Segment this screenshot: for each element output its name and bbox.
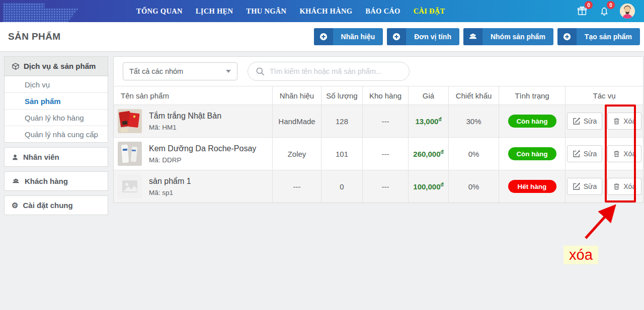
status-badge[interactable]: Còn hàng [508, 115, 556, 128]
col-header-name: Tên sản phẩm [114, 86, 272, 105]
product-name[interactable]: Kem Dưỡng Da Roche-Posay [149, 144, 256, 153]
product-thumbnail-placeholder [118, 174, 142, 198]
sidebar-item-kho-hang[interactable]: Quản lý kho hàng [5, 109, 108, 126]
users-icon [463, 28, 482, 45]
edit-label: Sửa [584, 150, 597, 158]
sidebar-section-staff-card: Nhân viên [4, 147, 108, 167]
sidebar-section-customers-card: Khách hàng [4, 171, 108, 191]
plus-icon [557, 28, 577, 45]
table-header-row: Tên sản phẩm Nhãn hiệu Số lượng Kho hàng… [114, 86, 643, 105]
search-icon [255, 66, 265, 76]
sidebar-item-san-pham[interactable]: Sản phẩm [5, 92, 108, 109]
trash-icon [613, 117, 620, 125]
col-header-brand: Nhãn hiệu [272, 86, 321, 105]
product-warehouse: --- [362, 105, 408, 137]
trash-icon [613, 182, 620, 190]
product-brand: --- [272, 170, 321, 202]
product-code: Mã: sp1 [149, 189, 191, 196]
sidebar-group-label: Dịch vụ & sản phẩm [24, 62, 96, 70]
add-unit-label: Đơn vị tính [406, 28, 459, 45]
create-product-button[interactable]: Tạo sản phẩm [557, 28, 640, 45]
currency-symbol: đ [441, 149, 444, 155]
product-discount: 30% [448, 105, 499, 137]
sidebar-section-nhan-vien[interactable]: Nhân viên [5, 148, 108, 166]
edit-button[interactable]: Sửa [567, 178, 603, 195]
annotation-label: xóa [564, 246, 598, 264]
sidebar-group-products: Dịch vụ & sản phẩm Dịch vụ Sản phẩm Quản… [4, 56, 108, 143]
add-unit-button[interactable]: Đơn vị tính [387, 28, 459, 45]
sidebar-item-nha-cung-cap[interactable]: Quản lý nhà cung cấp [5, 126, 108, 142]
filter-row: Tất cả các nhóm [114, 57, 643, 86]
delete-button[interactable]: Xóa [607, 113, 641, 130]
nav-item-lich-hen[interactable]: LỊCH HẸN [189, 0, 240, 22]
edit-button[interactable]: Sửa [567, 113, 603, 130]
add-brand-label: Nhãn hiệu [333, 28, 383, 45]
main-menu: TỔNG QUAN LỊCH HẸN THU NGÂN KHÁCH HÀNG B… [130, 0, 452, 22]
product-price: 13,000đ [416, 117, 442, 126]
edit-icon [573, 150, 581, 158]
product-panel: Tất cả các nhóm Tên sản phẩm Nhãn hiệu S… [113, 56, 643, 203]
sidebar-section-khach-hang[interactable]: Khách hàng [5, 172, 108, 190]
product-group-button[interactable]: Nhóm sản phẩm [463, 28, 553, 45]
page-title: SẢN PHẨM [8, 31, 61, 42]
product-brand: HandMade [272, 105, 321, 137]
product-name[interactable]: sản phẩm 1 [149, 177, 191, 186]
search-input[interactable] [270, 67, 402, 75]
status-badge[interactable]: Còn hàng [508, 147, 556, 160]
gift-icon[interactable]: 0 [576, 5, 589, 18]
nav-item-khach-hang[interactable]: KHÁCH HÀNG [293, 0, 359, 22]
table-row: Kem Dưỡng Da Roche-Posay Mã: DDRP Zoley … [114, 137, 643, 170]
nav-item-bao-cao[interactable]: BÁO CÁO [359, 0, 407, 22]
product-discount: 0% [448, 138, 499, 170]
group-filter-value: Tất cả các nhóm [129, 67, 183, 75]
product-warehouse: --- [362, 170, 408, 202]
col-header-discount: Chiết khấu [448, 86, 499, 105]
product-brand: Zoley [272, 138, 321, 170]
edit-label: Sửa [584, 117, 597, 125]
sidebar-section-settings-card: ⚙ Cài đặt chung [4, 195, 108, 215]
nav-item-thu-ngan[interactable]: THU NGÂN [239, 0, 293, 22]
sidebar-group-header[interactable]: Dịch vụ & sản phẩm [5, 57, 108, 76]
product-price: 260,000đ [413, 149, 443, 158]
delete-label: Xóa [623, 182, 636, 190]
product-quantity: 101 [321, 138, 362, 170]
bell-icon[interactable]: 0 [598, 5, 611, 18]
status-badge[interactable]: Hết hàng [508, 180, 556, 193]
trash-icon [613, 150, 620, 158]
col-header-actions: Tác vụ [565, 86, 643, 105]
plus-icon [387, 28, 406, 45]
users-icon [12, 177, 20, 185]
table-row: Tắm trắng Nhật Bản Mã: HM1 HandMade 128 … [114, 105, 643, 137]
nav-right-icons: 0 0 [576, 4, 635, 19]
user-avatar[interactable] [620, 4, 635, 19]
app-logo[interactable] [0, 0, 101, 22]
edit-button[interactable]: Sửa [567, 145, 603, 162]
delete-button[interactable]: Xóa [607, 145, 641, 162]
page-header: SẢN PHẨM Nhãn hiệu Đơn vị tính Nhóm sản … [0, 22, 644, 52]
currency-symbol: đ [438, 117, 441, 122]
product-name[interactable]: Tắm trắng Nhật Bản [149, 112, 221, 121]
product-warehouse: --- [362, 138, 408, 170]
product-discount: 0% [448, 170, 499, 202]
sidebar-section-cai-dat-chung[interactable]: ⚙ Cài đặt chung [5, 196, 108, 215]
chevron-down-icon [226, 70, 231, 73]
product-quantity: 0 [321, 170, 362, 202]
sidebar-item-dich-vu[interactable]: Dịch vụ [5, 76, 108, 92]
col-header-quantity: Số lượng [321, 86, 362, 105]
group-filter-select[interactable]: Tất cả các nhóm [123, 62, 237, 80]
product-thumbnail [118, 142, 142, 166]
notification-badge: 0 [607, 1, 615, 9]
sidebar: Dịch vụ & sản phẩm Dịch vụ Sản phẩm Quản… [4, 56, 108, 220]
product-code: Mã: HM1 [149, 124, 221, 131]
box-icon [12, 62, 20, 70]
delete-label: Xóa [623, 117, 636, 125]
logo-pattern [3, 3, 78, 22]
delete-button[interactable]: Xóa [607, 178, 641, 195]
col-header-status: Tình trạng [499, 86, 565, 105]
col-header-price: Giá [408, 86, 448, 105]
nav-item-tong-quan[interactable]: TỔNG QUAN [130, 0, 189, 22]
add-brand-button[interactable]: Nhãn hiệu [314, 28, 383, 45]
plus-icon [314, 28, 333, 45]
nav-item-cai-dat[interactable]: CÀI ĐẶT [407, 0, 452, 22]
product-group-label: Nhóm sản phẩm [482, 28, 553, 45]
